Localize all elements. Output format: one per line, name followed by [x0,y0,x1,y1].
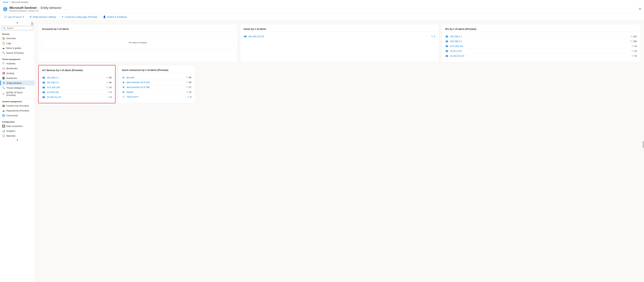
sidebar-item-search-preview[interactable]: 🔍 Search (Preview) [0,50,35,55]
sidebar-label-watchlist: Watchlist [6,135,15,137]
sidebar-item-content-hub[interactable]: 📦 Content hub (Preview) [0,103,35,108]
table-row[interactable]: 192.168.1.1 🛡 96 [42,75,112,80]
azure-label-2[interactable]: alert-enricher-22-6-193 [126,81,186,84]
ip-label-5[interactable]: 10.240.43.147 [450,55,632,57]
sidebar-label-mitre: MITRE ATT&CK (Preview) [6,91,32,97]
table-row[interactable]: 192.168.2.2 🛡 96 [42,80,112,85]
table-row[interactable]: default 🛡 15 [122,90,192,95]
breadcrumb-home[interactable]: Home [3,1,8,3]
guides-feedback-button[interactable]: 👤 Guides & Feedback [102,15,128,19]
community-icon: 🌐 [2,114,5,117]
azure-count-5: 🛡 6 [188,96,192,98]
entity-behavior-settings-button[interactable]: ⚙ Entity behavior settings [28,15,57,19]
sidebar-item-overview[interactable]: 🏠 Overview [0,36,35,41]
sidebar-item-mitre[interactable]: 🛡 MITRE ATT&CK (Preview) [0,90,35,98]
azure-label-1[interactable]: guy-site [126,76,186,79]
svg-point-5 [122,86,124,88]
table-row[interactable]: 10.240.43.147 🛡 8 [42,95,112,99]
ip-label-3[interactable]: 10.0.100.104 [450,45,632,47]
search-input[interactable] [6,27,32,29]
sidebar-label-incidents: Incidents [6,62,15,65]
table-row[interactable]: 192.168.1.1 🛡 162 [445,34,637,39]
time-range-button[interactable]: 🕐 Last 24 hours ▾ [3,15,25,19]
host-label[interactable]: 192.168.112.30 [248,35,431,38]
scroll-up-arrow[interactable]: ▲ [0,20,35,24]
iot-count-4: 🛡 9 [108,91,112,94]
ip-label-2[interactable]: 192.168.2.2 [450,40,630,43]
azure-icon-1 [122,76,125,79]
table-row[interactable]: 192.168.2.2 🛡 160 [445,39,637,44]
sidebar-item-entity-behavior[interactable]: ✦ Entity behavior [0,81,35,85]
more-options-button[interactable]: ... [64,7,67,10]
app-header: Microsoft Sentinel | Entity behavior Sel… [0,5,644,13]
svg-rect-2 [244,37,246,37]
divider-3 [0,119,35,119]
news-guides-icon: ☁ [2,47,5,49]
table-row[interactable]: 10.0.100.104 🛡 10 [42,85,112,90]
azure-label-3[interactable]: alert-enricher-22-6-188 [126,86,186,89]
iot-icon-2 [42,81,45,84]
azure-label-4[interactable]: default [126,91,186,93]
iot-icon-4 [42,91,45,94]
sidebar-item-watchlist[interactable]: 📋 Watchlist [0,133,35,138]
sidebar-item-logs[interactable]: 📋 Logs [0,41,35,46]
sidebar-item-notebooks[interactable]: 📓 Notebooks [0,76,35,81]
iot-count-3: 🛡 10 [106,86,112,89]
workbooks-icon: 📖 [2,67,5,70]
overview-icon: 🏠 [2,37,5,40]
shield-icon: 🛡 [108,91,110,94]
accounts-no-data: No data to display [42,35,234,49]
iot-label-4[interactable]: 10.240.5.95 [47,91,108,94]
sidebar-item-hunting[interactable]: 🎯 Hunting [0,71,35,76]
scroll-down-arrow[interactable]: ▼ [0,138,35,142]
app-logo [3,6,8,11]
sidebar-collapse-button[interactable]: « [31,22,33,25]
ip-label-4[interactable]: 10.35.1.237 [450,50,632,52]
sidebar-item-threat-intelligence[interactable]: 🔍 Threat intelligence [0,85,35,90]
table-row[interactable]: 10.240.43.147 🛡 19 [445,54,637,58]
ip-label-1[interactable]: 192.168.1.1 [450,35,630,38]
sidebar-item-data-connectors[interactable]: 🔲 Data connectors [0,124,35,129]
ips-card-items: 192.168.1.1 🛡 162 192.168.2.2 🛡 160 10.0… [445,34,637,58]
accounts-card-title: Accounts by # of alerts [42,28,234,32]
shield-icon: 🛡 [108,96,110,98]
sidebar-label-hunting: Hunting [6,72,14,75]
table-row[interactable]: alert-enricher-22-6-188 🛡 37 [122,85,192,90]
guides-icon: 👤 [103,15,106,18]
shield-icon: 🛡 [106,81,108,84]
sidebar-item-analytics[interactable]: 📊 Analytics [0,129,35,133]
sidebar-item-community[interactable]: 🌐 Community [0,113,35,118]
azure-label-5[interactable]: TEST-KATY [126,96,188,98]
search-box[interactable]: 🔍 [2,26,33,30]
table-row[interactable]: 10.0.100.104 🛡 22 [445,44,637,49]
table-row[interactable]: 10.35.1.237 🛡 22 [445,49,637,54]
iot-label-1[interactable]: 192.168.1.1 [47,76,106,79]
page-title: Entity behavior [40,6,61,10]
sidebar-item-repositories[interactable]: ☁ Repositories (Preview) [0,108,35,113]
sidebar-item-workbooks[interactable]: 📖 Workbooks [0,66,35,71]
ip-count-3: 🛡 22 [632,45,637,47]
sidebar-item-news-guides[interactable]: ☁ News & guides [0,46,35,50]
iot-label-2[interactable]: 192.168.2.2 [47,81,106,84]
customize-entity-button[interactable]: ✦ Customize entity page (Preview) [60,15,98,19]
content-hub-icon: 📦 [2,104,5,107]
svg-rect-1 [244,36,246,37]
table-row[interactable]: alert-enricher-22-6-193 🛡 49 [122,80,192,85]
host-count: 🛡 1 [431,35,435,38]
table-row[interactable]: 192.168.112.30 🛡 1 [244,34,435,39]
ip-count-1: 🛡 162 [630,35,637,38]
iot-count-2: 🛡 96 [106,81,112,84]
iot-icon-3 [42,86,45,89]
workspace-label: Selected workspace: 'Contoso Ltd.' [10,10,61,12]
iot-label-3[interactable]: 10.0.100.104 [47,86,106,89]
breadcrumb-current: Microsoft Sentinel [12,1,28,3]
table-row[interactable]: guy-site 🛡 96 [122,75,192,80]
sidebar-label-workbooks: Workbooks [6,67,18,70]
iot-label-5[interactable]: 10.240.43.147 [47,96,108,98]
table-row[interactable]: 10.240.5.95 🛡 9 [42,90,112,95]
table-row[interactable]: TEST-KATY 🛡 6 [122,95,192,99]
close-button[interactable]: ✕ [638,7,641,11]
ips-card-title: IPs by # of alerts (Preview) [445,28,637,32]
shield-icon: 🛡 [630,35,632,38]
sidebar-item-incidents[interactable]: 🛡 Incidents [0,61,35,66]
